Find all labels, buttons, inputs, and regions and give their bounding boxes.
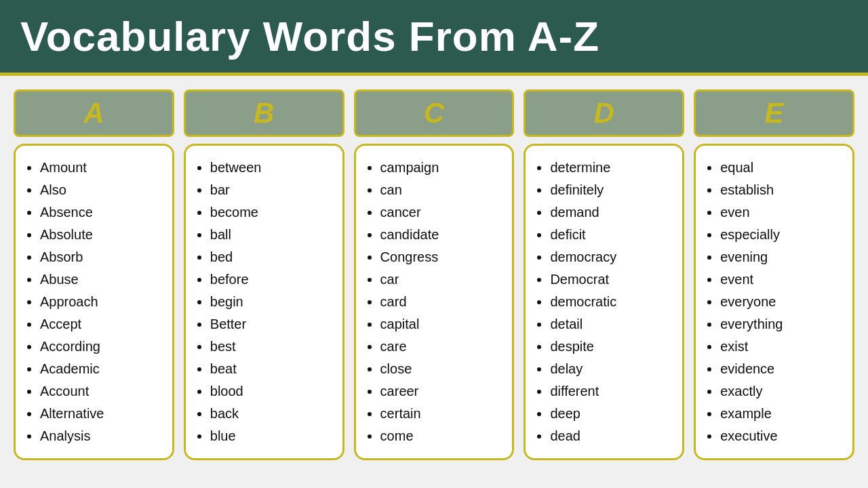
list-item: blue	[210, 425, 334, 447]
list-item: can	[380, 179, 505, 201]
list-item: Amount	[40, 157, 164, 179]
letter-c: C	[424, 97, 444, 129]
letter-b: B	[254, 97, 274, 129]
list-item: Absorb	[40, 246, 164, 268]
column-header-c: C	[354, 89, 515, 137]
list-item: come	[380, 425, 505, 447]
list-item: begin	[210, 291, 334, 313]
list-item: determine	[550, 157, 674, 179]
list-item: bed	[210, 246, 334, 268]
column-header-b: B	[184, 89, 344, 137]
list-item: democracy	[550, 246, 674, 268]
list-item: Absence	[40, 201, 164, 224]
page-header: Vocabulary Words From A-Z	[0, 0, 868, 76]
list-item: Account	[40, 380, 164, 403]
list-item: evidence	[720, 358, 844, 380]
list-item: According	[40, 336, 164, 358]
list-item: Abuse	[40, 268, 164, 291]
list-item: candidate	[380, 224, 505, 246]
word-list-a: AmountAlsoAbsenceAbsoluteAbsorbAbuseAppr…	[14, 144, 174, 460]
list-item: back	[210, 403, 334, 425]
list-item: despite	[550, 336, 674, 358]
list-item: campaign	[380, 157, 505, 179]
list-item: democratic	[550, 291, 674, 313]
columns-container: AAmountAlsoAbsenceAbsoluteAbsorbAbuseApp…	[0, 76, 868, 467]
list-item: Also	[40, 179, 164, 201]
list-item: Academic	[40, 358, 164, 380]
list-item: before	[210, 268, 334, 291]
list-item: everything	[720, 313, 844, 336]
list-item: certain	[380, 403, 505, 425]
letter-a: A	[83, 97, 104, 129]
list-item: event	[720, 268, 844, 291]
list-item: evening	[720, 246, 844, 268]
list-item: exist	[720, 336, 844, 358]
word-list-b: betweenbarbecomeballbedbeforebeginBetter…	[184, 144, 344, 460]
page-title: Vocabulary Words From A-Z	[20, 12, 848, 60]
column-c: CcampaigncancancercandidateCongresscarca…	[354, 89, 515, 460]
word-list-d: determinedefinitelydemanddeficitdemocrac…	[524, 144, 684, 460]
list-item: Accept	[40, 313, 164, 336]
letter-d: D	[594, 97, 614, 129]
list-item: demand	[550, 201, 674, 224]
column-b: BbetweenbarbecomeballbedbeforebeginBette…	[184, 89, 344, 460]
list-item: Analysis	[40, 425, 164, 447]
list-item: different	[550, 380, 674, 403]
list-item: bar	[210, 179, 334, 201]
list-item: between	[210, 157, 334, 179]
list-item: blood	[210, 380, 334, 403]
list-item: equal	[720, 157, 844, 179]
list-item: Absolute	[40, 224, 164, 246]
list-item: car	[380, 268, 505, 291]
list-item: best	[210, 336, 334, 358]
list-item: capital	[380, 313, 505, 336]
list-item: Approach	[40, 291, 164, 313]
list-item: detail	[550, 313, 674, 336]
list-item: Congress	[380, 246, 505, 268]
column-e: Eequalestablishevenespeciallyeveningeven…	[694, 89, 854, 460]
column-header-e: E	[694, 89, 854, 137]
word-list-e: equalestablishevenespeciallyeveningevent…	[694, 144, 854, 460]
list-item: deficit	[550, 224, 674, 246]
list-item: Better	[210, 313, 334, 336]
letter-e: E	[765, 97, 784, 129]
list-item: career	[380, 380, 505, 403]
list-item: delay	[550, 358, 674, 380]
list-item: even	[720, 201, 844, 224]
list-item: example	[720, 403, 844, 425]
list-item: exactly	[720, 380, 844, 403]
list-item: Alternative	[40, 403, 164, 425]
word-list-c: campaigncancancercandidateCongresscarcar…	[354, 144, 515, 460]
list-item: everyone	[720, 291, 844, 313]
list-item: beat	[210, 358, 334, 380]
list-item: Democrat	[550, 268, 674, 291]
list-item: ball	[210, 224, 334, 246]
column-header-d: D	[524, 89, 684, 137]
list-item: close	[380, 358, 505, 380]
list-item: establish	[720, 179, 844, 201]
list-item: executive	[720, 425, 844, 447]
list-item: become	[210, 201, 334, 224]
list-item: dead	[550, 425, 674, 447]
list-item: cancer	[380, 201, 505, 224]
list-item: especially	[720, 224, 844, 246]
column-d: Ddeterminedefinitelydemanddeficitdemocra…	[524, 89, 684, 460]
column-a: AAmountAlsoAbsenceAbsoluteAbsorbAbuseApp…	[14, 89, 174, 460]
list-item: definitely	[550, 179, 674, 201]
list-item: care	[380, 336, 505, 358]
column-header-a: A	[14, 89, 174, 137]
list-item: card	[380, 291, 505, 313]
list-item: deep	[550, 403, 674, 425]
